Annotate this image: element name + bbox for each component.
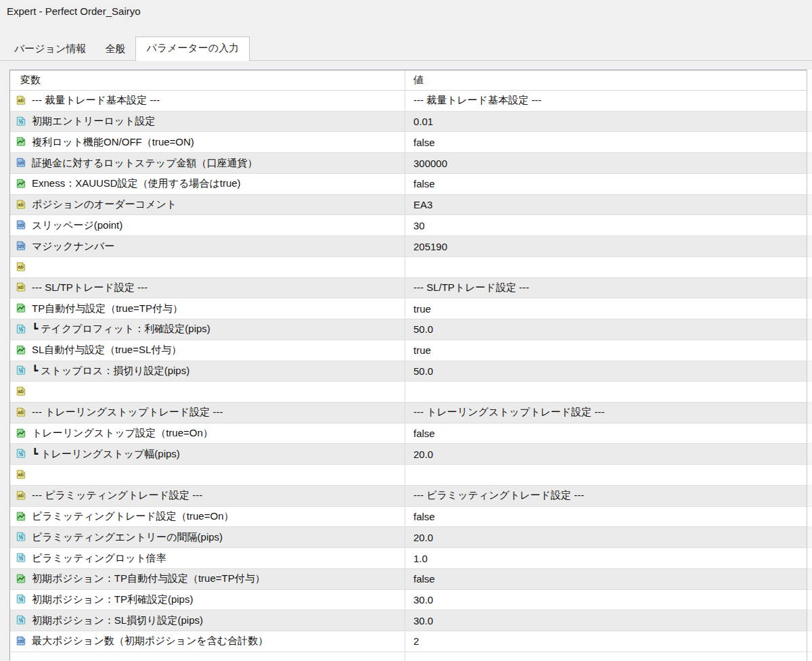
table-row[interactable]: 複利ロット機能ON/OFF（true=ON)false: [10, 132, 812, 153]
svg-text:½: ½: [18, 451, 23, 457]
value-cell[interactable]: true: [405, 340, 812, 361]
variable-cell[interactable]: ½初期エントリーロット設定: [10, 112, 405, 132]
tab-common[interactable]: 全般: [96, 39, 134, 60]
variable-cell[interactable]: ½┗ テイクプロフィット：利確設定(pips): [10, 319, 405, 340]
variable-cell[interactable]: 123最大ポジション数（初期ポジションを含む合計数）: [10, 631, 405, 652]
value-text: false: [413, 178, 435, 189]
variable-cell[interactable]: 123スリッページ(point): [10, 215, 405, 235]
value-cell[interactable]: true: [405, 298, 812, 319]
table-row[interactable]: ab: [10, 257, 812, 278]
value-cell[interactable]: 30.0: [405, 590, 812, 610]
double-type-icon: ½: [16, 532, 26, 543]
string-type-icon: ab: [16, 470, 26, 480]
variable-cell[interactable]: ½ピラミッティングエントリーの間隔(pips): [10, 527, 405, 547]
value-cell[interactable]: --- ピラミッティングトレード設定 ---: [405, 486, 812, 506]
value-cell[interactable]: false: [405, 507, 812, 527]
table-row[interactable]: ½初期エントリーロット設定0.01: [10, 112, 812, 133]
table-row[interactable]: 123証拠金に対するロットステップ金額（口座通貨）300000: [10, 153, 812, 174]
variable-label: --- ピラミッティングトレード設定 ---: [32, 489, 202, 502]
value-text: 20.0: [413, 449, 433, 460]
variable-cell[interactable]: ab: [10, 382, 405, 402]
table-row[interactable]: abポジションのオーダーコメントEA3: [10, 195, 812, 216]
value-cell[interactable]: 20.0: [405, 527, 812, 547]
table-row[interactable]: ピラミッティングトレード設定（true=On）false: [10, 507, 812, 528]
value-cell[interactable]: 50.0: [405, 361, 812, 382]
table-row[interactable]: ½┗ ストップロス：損切り設定(pips)50.0: [10, 361, 812, 382]
table-row[interactable]: ab--- トレーリングストップトレード設定 ------ トレーリングストップ…: [10, 403, 812, 424]
table-row[interactable]: ½ピラミッティングロット倍率1.0: [10, 548, 812, 569]
variable-cell[interactable]: ab--- SL/TPトレード設定 ---: [10, 278, 405, 298]
value-cell[interactable]: 30: [405, 215, 812, 235]
variable-cell[interactable]: SL自動付与設定（true=SL付与）: [10, 340, 405, 361]
svg-text:123: 123: [18, 223, 24, 227]
variable-cell[interactable]: 初期ポジション：TP自動付与設定（true=TP付与）: [10, 569, 405, 589]
variable-label: ピラミッティングロット倍率: [32, 552, 166, 565]
bool-type-icon: [16, 511, 26, 522]
value-cell[interactable]: [405, 382, 812, 402]
value-cell[interactable]: 300000: [405, 153, 812, 173]
value-cell[interactable]: false: [405, 132, 812, 152]
table-row[interactable]: TP自動付与設定（true=TP付与）true: [10, 298, 812, 319]
value-cell[interactable]: --- SL/TPトレード設定 ---: [405, 278, 812, 298]
value-cell[interactable]: false: [405, 569, 812, 589]
value-cell[interactable]: 2: [405, 631, 812, 652]
table-row[interactable]: 初期ポジション：TP自動付与設定（true=TP付与）false: [10, 569, 812, 590]
variable-cell[interactable]: ½ピラミッティングロット倍率: [10, 548, 405, 568]
variable-cell[interactable]: ab--- 裁量トレード基本設定 ---: [10, 91, 405, 111]
variable-cell[interactable]: ab--- トレーリングストップトレード設定 ---: [10, 403, 405, 423]
variable-cell[interactable]: ピラミッティングトレード設定（true=On）: [10, 507, 405, 527]
table-row[interactable]: 123スリッページ(point)30: [10, 215, 812, 236]
variable-cell[interactable]: 123マジックナンバー: [10, 236, 405, 256]
double-type-icon: ½: [16, 553, 26, 564]
value-cell[interactable]: --- トレーリングストップトレード設定 ---: [405, 403, 812, 423]
table-body: ab--- 裁量トレード基本設定 ------ 裁量トレード基本設定 ---½初…: [10, 91, 812, 652]
value-cell[interactable]: 30.0: [405, 610, 812, 631]
variable-cell[interactable]: ½初期ポジション：TP利確設定(pips): [10, 590, 405, 610]
variable-cell[interactable]: ½┗ ストップロス：損切り設定(pips): [10, 361, 405, 382]
tab-version-info[interactable]: バージョン情報: [5, 39, 95, 60]
table-row[interactable]: トレーリングストップ設定（true=On）false: [10, 424, 812, 445]
column-divider: [405, 70, 405, 661]
table-row[interactable]: Exness：XAUUSD設定（使用する場合はtrue)false: [10, 174, 812, 195]
value-cell[interactable]: [405, 257, 812, 277]
table-row[interactable]: 123最大ポジション数（初期ポジションを含む合計数）2: [10, 631, 812, 652]
table-row[interactable]: ab: [10, 382, 812, 403]
value-cell[interactable]: EA3: [405, 195, 812, 215]
table-row[interactable]: ab--- SL/TPトレード設定 ------ SL/TPトレード設定 ---: [10, 278, 812, 299]
value-cell[interactable]: 50.0: [405, 319, 812, 340]
variable-cell[interactable]: 複利ロット機能ON/OFF（true=ON): [10, 132, 405, 152]
variable-label: ポジションのオーダーコメント: [32, 198, 177, 211]
value-cell[interactable]: false: [405, 174, 812, 194]
variable-cell[interactable]: ab--- ピラミッティングトレード設定 ---: [10, 486, 405, 506]
value-cell[interactable]: 1.0: [405, 548, 812, 568]
table-row[interactable]: ab--- ピラミッティングトレード設定 ------ ピラミッティングトレード…: [10, 486, 812, 507]
value-cell[interactable]: [405, 465, 812, 485]
variable-cell[interactable]: TP自動付与設定（true=TP付与）: [10, 298, 405, 319]
table-row[interactable]: SL自動付与設定（true=SL付与）true: [10, 340, 812, 361]
value-cell[interactable]: --- 裁量トレード基本設定 ---: [405, 91, 812, 111]
variable-cell[interactable]: トレーリングストップ設定（true=On）: [10, 424, 405, 444]
table-row[interactable]: ½┗ テイクプロフィット：利確設定(pips)50.0: [10, 319, 812, 340]
value-cell[interactable]: 205190: [405, 236, 812, 256]
value-cell[interactable]: 20.0: [405, 444, 812, 464]
variable-cell[interactable]: Exness：XAUUSD設定（使用する場合はtrue): [10, 174, 405, 194]
table-row[interactable]: ½初期ポジション：TP利確設定(pips)30.0: [10, 590, 812, 611]
variable-cell[interactable]: ½初期ポジション：SL損切り設定(pips): [10, 610, 405, 631]
svg-text:½: ½: [18, 618, 23, 624]
vertical-scrollbar[interactable]: [807, 70, 812, 661]
variable-cell[interactable]: 123証拠金に対するロットステップ金額（口座通貨）: [10, 153, 405, 173]
tab-inputs[interactable]: パラメーターの入力: [135, 37, 250, 61]
svg-text:123: 123: [18, 639, 24, 643]
value-cell[interactable]: 0.01: [405, 112, 812, 132]
table-row[interactable]: ab: [10, 465, 812, 486]
variable-cell[interactable]: ab: [10, 465, 405, 485]
variable-cell[interactable]: ½┗ トレーリングストップ幅(pips): [10, 444, 405, 464]
variable-cell[interactable]: ab: [10, 257, 405, 277]
table-row[interactable]: ab--- 裁量トレード基本設定 ------ 裁量トレード基本設定 ---: [10, 91, 812, 112]
table-row[interactable]: ½初期ポジション：SL損切り設定(pips)30.0: [10, 610, 812, 631]
value-cell[interactable]: false: [405, 424, 812, 444]
table-row[interactable]: 123マジックナンバー205190: [10, 236, 812, 257]
table-row[interactable]: ½┗ トレーリングストップ幅(pips)20.0: [10, 444, 812, 465]
table-row[interactable]: ½ピラミッティングエントリーの間隔(pips)20.0: [10, 527, 812, 548]
variable-cell[interactable]: abポジションのオーダーコメント: [10, 195, 405, 215]
